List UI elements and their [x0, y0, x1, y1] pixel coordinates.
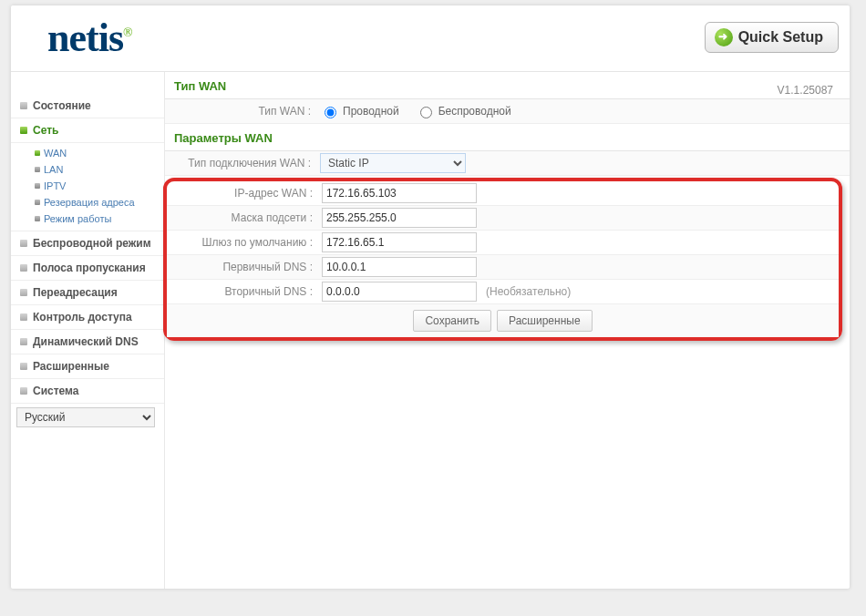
sidebar-item-label: Состояние: [33, 99, 91, 112]
quick-setup-label: Quick Setup: [738, 29, 823, 46]
save-button[interactable]: Сохранить: [413, 310, 491, 332]
sidebar-item-label: Система: [33, 385, 79, 397]
mask-label: Маска подсети :: [167, 211, 318, 224]
version-label: V1.1.25087: [778, 84, 833, 97]
button-row: Сохранить Расширенные: [167, 304, 839, 337]
sidebar-subitem-iptv[interactable]: IPTV: [11, 178, 164, 194]
row-gw: Шлюз по умолчанию :: [167, 231, 839, 255]
sidebar-item-forwarding[interactable]: Переадресация: [11, 281, 164, 305]
sidebar-subitem-label: Резервация адреса: [44, 197, 135, 208]
quick-setup-button[interactable]: Quick Setup: [705, 22, 839, 53]
sidebar-item-label: Беспроводной режим: [33, 237, 151, 250]
language-select[interactable]: Русский: [16, 407, 155, 427]
section-wan-type: Тип WAN: [165, 72, 850, 99]
sidebar-item-system[interactable]: Система: [11, 379, 164, 404]
sidebar-item-advanced[interactable]: Расширенные: [11, 354, 164, 379]
mask-input[interactable]: [322, 208, 477, 228]
sidebar-subitem-reservation[interactable]: Резервация адреса: [11, 194, 164, 210]
bullet-icon: [20, 289, 27, 296]
radio-wireless[interactable]: [420, 107, 432, 118]
conn-type-label: Тип подключения WAN :: [165, 157, 316, 169]
gw-input[interactable]: [322, 232, 477, 252]
ip-content: [318, 183, 839, 203]
dns2-input[interactable]: [322, 282, 477, 302]
sidebar-subitem-label: Режим работы: [44, 213, 111, 224]
section-wan-params: Параметры WAN: [165, 124, 850, 151]
row-dns1: Первичный DNS :: [167, 255, 839, 280]
bullet-icon: [20, 387, 27, 395]
wan-type-wireless[interactable]: Беспроводной: [416, 104, 511, 118]
sidebar-subitems: WAN LAN IPTV Резервация адреса Режим раб…: [11, 143, 164, 231]
row-mask: Маска подсети :: [167, 206, 839, 231]
bullet-icon: [20, 127, 27, 134]
radio-wireless-label: Беспроводной: [438, 105, 511, 118]
sidebar-subitem-label: WAN: [44, 148, 67, 159]
logo-text: netis: [47, 15, 123, 60]
sidebar-item-label: Сеть: [33, 124, 58, 137]
wan-type-radios: Проводной Беспроводной: [316, 104, 850, 118]
sidebar-item-label: Переадресация: [33, 286, 118, 299]
body: Состояние Сеть WAN LAN IPTV Резервация а…: [11, 72, 850, 589]
main-content: Тип WAN Тип WAN : Проводной Беспроводной…: [165, 72, 850, 589]
logo: netis®: [47, 15, 131, 61]
bullet-icon: [20, 338, 27, 345]
sidebar-subitem-label: LAN: [44, 164, 63, 175]
sidebar-item-access[interactable]: Контроль доступа: [11, 305, 164, 330]
sidebar-item-wireless[interactable]: Беспроводной режим: [11, 231, 164, 256]
radio-wired-label: Проводной: [343, 105, 399, 118]
row-conn-type: Тип подключения WAN : Static IP: [165, 151, 850, 176]
bullet-icon: [20, 363, 27, 370]
advanced-button[interactable]: Расширенные: [497, 310, 593, 332]
bullet-icon: [20, 102, 27, 109]
radio-wired[interactable]: [325, 107, 336, 118]
bullet-icon: [35, 167, 40, 172]
bullet-icon: [35, 216, 40, 221]
sidebar-item-bandwidth[interactable]: Полоса пропускания: [11, 256, 164, 281]
dns1-content: [318, 257, 839, 277]
ip-input[interactable]: [322, 183, 477, 203]
sidebar-item-network[interactable]: Сеть: [11, 118, 164, 143]
arrow-circle-icon: [715, 28, 733, 46]
sidebar-item-label: Полоса пропускания: [33, 262, 146, 274]
sidebar-item-ddns[interactable]: Динамический DNS: [11, 330, 164, 354]
sidebar-item-label: Динамический DNS: [33, 335, 139, 348]
dns2-content: (Необязательно): [318, 282, 839, 302]
dns2-note: (Необязательно): [486, 285, 571, 298]
row-dns2: Вторичный DNS : (Необязательно): [167, 280, 839, 304]
dns1-label: Первичный DNS :: [167, 261, 318, 273]
dns1-input[interactable]: [322, 257, 477, 277]
row-ip: IP-адрес WAN :: [167, 181, 839, 206]
bullet-icon: [35, 150, 40, 156]
sidebar-subitem-label: IPTV: [44, 180, 66, 191]
wan-type-label: Тип WAN :: [165, 105, 316, 118]
bullet-icon: [35, 200, 40, 205]
highlight-box: IP-адрес WAN : Маска подсети : Шлюз по у…: [163, 178, 842, 341]
sidebar-subitem-lan[interactable]: LAN: [11, 161, 164, 178]
bullet-icon: [20, 240, 27, 247]
bullet-icon: [20, 264, 27, 272]
gw-content: [318, 232, 839, 252]
row-wan-type: Тип WAN : Проводной Беспроводной: [165, 99, 850, 124]
ip-label: IP-адрес WAN :: [167, 187, 318, 200]
gw-label: Шлюз по умолчанию :: [167, 236, 318, 249]
sidebar-item-label: Контроль доступа: [33, 311, 132, 323]
sidebar-item-label: Расширенные: [33, 360, 109, 373]
bullet-icon: [35, 183, 40, 189]
bullet-icon: [20, 313, 27, 321]
conn-type-content: Static IP: [316, 153, 850, 173]
sidebar-subitem-wan[interactable]: WAN: [11, 145, 164, 161]
sidebar: Состояние Сеть WAN LAN IPTV Резервация а…: [11, 72, 165, 589]
mask-content: [318, 208, 839, 228]
sidebar-subitem-mode[interactable]: Режим работы: [11, 210, 164, 227]
wan-type-wired[interactable]: Проводной: [320, 104, 399, 118]
header: netis® Quick Setup: [11, 5, 850, 72]
dns2-label: Вторичный DNS :: [167, 285, 318, 298]
app-frame: netis® Quick Setup V1.1.25087 Состояние …: [11, 5, 850, 589]
sidebar-item-status[interactable]: Состояние: [11, 94, 164, 118]
conn-type-select[interactable]: Static IP: [320, 153, 466, 173]
